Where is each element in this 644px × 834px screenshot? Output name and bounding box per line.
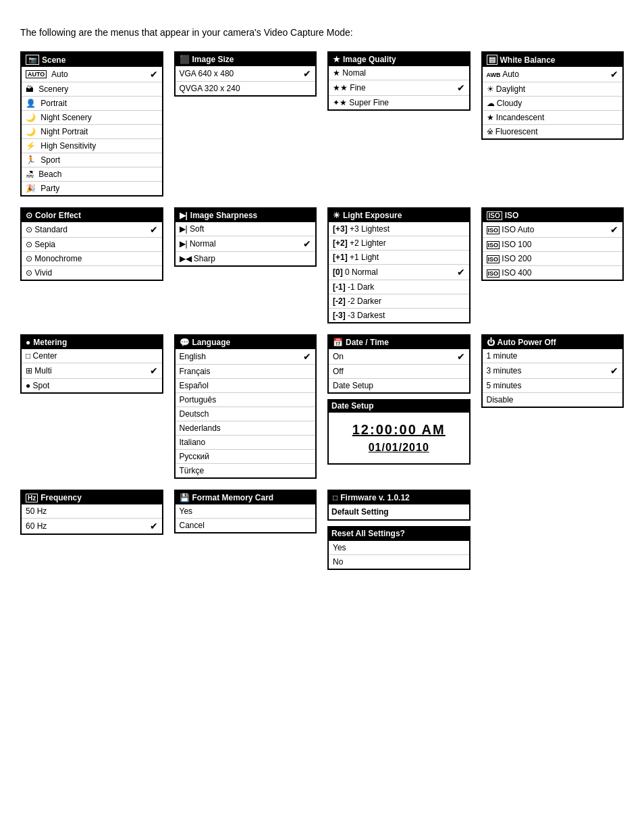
freq-50[interactable]: 50 Hz xyxy=(22,504,162,519)
datetime-off[interactable]: Off xyxy=(329,365,469,379)
iso-icon: ISO xyxy=(487,211,502,220)
light-exposure-header: ☀ Light Exposure xyxy=(329,209,469,222)
exp-plus3[interactable]: [+3] +3 Lightest xyxy=(329,222,469,236)
color-standard[interactable]: ⊙ Standard✔ xyxy=(22,222,162,238)
wb-cloudy[interactable]: ☁ Cloudy xyxy=(483,97,623,111)
power-1min[interactable]: 1 minute xyxy=(483,349,623,363)
format-cancel[interactable]: Cancel xyxy=(176,519,316,532)
lang-spanish[interactable]: Español xyxy=(176,379,316,393)
lang-french[interactable]: Français xyxy=(176,365,316,379)
firmware-default-setting[interactable]: Default Setting xyxy=(329,504,469,519)
datetime-on[interactable]: On✔ xyxy=(329,349,469,365)
quality-normal[interactable]: ★ Nomal xyxy=(329,66,469,80)
size-qvga[interactable]: QVGA 320 x 240 xyxy=(176,82,316,95)
freq-60[interactable]: 60 Hz✔ xyxy=(22,519,162,533)
wb-daylight[interactable]: ☀ Daylight xyxy=(483,82,623,97)
lang-portuguese[interactable]: Português xyxy=(176,393,316,407)
metering-multi[interactable]: ⊞ Multi✔ xyxy=(22,363,162,379)
wb-incandescent[interactable]: ★ Incandescent xyxy=(483,111,623,125)
scene-portrait[interactable]: 👤 Portrait xyxy=(22,97,162,111)
metering-header: ● Metering xyxy=(22,336,162,349)
format-memory-title: Format Memory Card xyxy=(192,493,274,502)
metering-center[interactable]: □ Center xyxy=(22,349,162,363)
exp-plus1[interactable]: [+1] +1 Light xyxy=(329,251,469,265)
sharpness-normal[interactable]: ▶| Normal✔ xyxy=(176,236,316,252)
language-title: Language xyxy=(192,338,231,347)
language-menu: 💬 Language English✔ Français Español Por… xyxy=(174,334,317,479)
iso-200[interactable]: ISO ISO 200 xyxy=(483,252,623,266)
scene-high-sensitivity[interactable]: ⚡ High Sensitivity xyxy=(22,139,162,153)
size-vga[interactable]: VGA 640 x 480✔ xyxy=(176,66,316,82)
auto-power-off-icon: ⏻ xyxy=(487,338,495,347)
firmware-menu: □ Firmware v. 1.0.12 Default Setting xyxy=(327,490,471,521)
exp-minus2[interactable]: [-2] -2 Darker xyxy=(329,294,469,309)
scene-beach[interactable]: 🏖 Beach xyxy=(22,167,162,182)
color-vivid[interactable]: ⊙ Vivid xyxy=(22,266,162,280)
row1-menus: 📷 Scene AUTO Auto ✔ 🏔 Scenery 👤 Portrait… xyxy=(20,51,624,197)
reset-yes[interactable]: Yes xyxy=(329,541,469,555)
lang-dutch[interactable]: Nederlands xyxy=(176,421,316,436)
lang-german[interactable]: Deutsch xyxy=(176,407,316,421)
quality-super-fine[interactable]: ✦★ Super Fine xyxy=(329,96,469,109)
metering-spot[interactable]: ● Spot xyxy=(22,379,162,392)
sharpness-soft[interactable]: ▶| Soft xyxy=(176,222,316,236)
quality-fine[interactable]: ★★ Fine✔ xyxy=(329,80,469,96)
color-sepia[interactable]: ⊙ Sepia xyxy=(22,238,162,252)
exp-plus2[interactable]: [+2] +2 Lighter xyxy=(329,236,469,251)
power-3min[interactable]: 3 minutes✔ xyxy=(483,363,623,379)
frequency-icon: Hz xyxy=(26,494,38,502)
image-quality-title: Image Quality xyxy=(343,55,396,64)
white-balance-icon: ▤ xyxy=(487,55,498,65)
scene-scenery[interactable]: 🏔 Scenery xyxy=(22,82,162,97)
frequency-header: Hz Frequency xyxy=(22,491,162,504)
image-quality-menu: ★ Image Quality ★ Nomal ★★ Fine✔ ✦★ Supe… xyxy=(327,51,471,111)
scene-night-scenery[interactable]: 🌙 Night Scenery xyxy=(22,111,162,125)
sharpness-sharp[interactable]: ▶◀ Sharp xyxy=(176,252,316,265)
color-effect-icon: ⊙ xyxy=(26,211,32,220)
image-sharpness-icon: ▶| xyxy=(180,211,188,220)
exp-minus3[interactable]: [-3] -3 Darkest xyxy=(329,309,469,322)
lang-english[interactable]: English✔ xyxy=(176,349,316,365)
wb-fluorescent[interactable]: ※ Fluorescent xyxy=(483,125,623,138)
image-sharpness-title: Image Sharpness xyxy=(190,211,257,220)
scene-auto[interactable]: AUTO Auto ✔ xyxy=(22,67,162,82)
image-quality-header: ★ Image Quality xyxy=(329,53,469,66)
lang-turkish[interactable]: Türkçe xyxy=(176,464,316,477)
iso-auto[interactable]: ISO ISO Auto✔ xyxy=(483,222,623,238)
row4-menus: Hz Frequency 50 Hz 60 Hz✔ 💾 Format Memor… xyxy=(20,490,624,570)
scene-header: 📷 Scene xyxy=(22,53,162,67)
power-5min[interactable]: 5 minutes xyxy=(483,379,623,393)
datetime-header: 📅 Date / Time xyxy=(329,336,469,349)
format-yes[interactable]: Yes xyxy=(176,504,316,519)
intro-text: The following are the menus that appear … xyxy=(20,27,624,38)
firmware-col: □ Firmware v. 1.0.12 Default Setting Res… xyxy=(327,490,471,570)
power-disable[interactable]: Disable xyxy=(483,393,623,407)
lang-russian[interactable]: Русский xyxy=(176,450,316,464)
reset-no[interactable]: No xyxy=(329,555,469,569)
scene-night-portrait[interactable]: 🌙 Night Portrait xyxy=(22,125,162,139)
datetime-title: Date / Time xyxy=(346,338,389,347)
color-mono[interactable]: ⊙ Monochrome xyxy=(22,252,162,266)
metering-icon: ● xyxy=(26,338,30,347)
auto-power-off-title: Auto Power Off xyxy=(498,338,556,347)
datetime-setup[interactable]: Date Setup xyxy=(329,379,469,392)
lang-italian[interactable]: Italiano xyxy=(176,436,316,450)
white-balance-header: ▤ White Balance xyxy=(483,53,623,67)
reset-title: Reset All Settings? xyxy=(327,526,471,541)
image-size-menu: ⬛ Image Size VGA 640 x 480✔ QVGA 320 x 2… xyxy=(174,51,317,97)
exp-minus1[interactable]: [-1] -1 Dark xyxy=(329,280,469,294)
scene-icon: 📷 xyxy=(26,55,39,65)
date-value[interactable]: 01/01/2010 xyxy=(334,442,464,454)
scene-sport[interactable]: 🏃 Sport xyxy=(22,153,162,167)
scene-party[interactable]: 🎉 Party xyxy=(22,182,162,195)
white-balance-menu: ▤ White Balance AWB Auto✔ ☀ Daylight ☁ C… xyxy=(481,51,624,140)
image-size-header: ⬛ Image Size xyxy=(176,53,316,66)
scene-menu: 📷 Scene AUTO Auto ✔ 🏔 Scenery 👤 Portrait… xyxy=(20,51,163,197)
iso-100[interactable]: ISO ISO 100 xyxy=(483,238,623,252)
wb-auto[interactable]: AWB Auto✔ xyxy=(483,67,623,82)
iso-400[interactable]: ISO ISO 400 xyxy=(483,266,623,280)
image-sharpness-header: ▶| Image Sharpness xyxy=(176,209,316,222)
exp-zero[interactable]: [0] 0 Normal✔ xyxy=(329,265,469,280)
time-value[interactable]: 12:00:00 AM xyxy=(334,422,464,438)
language-icon: 💬 xyxy=(180,338,190,347)
